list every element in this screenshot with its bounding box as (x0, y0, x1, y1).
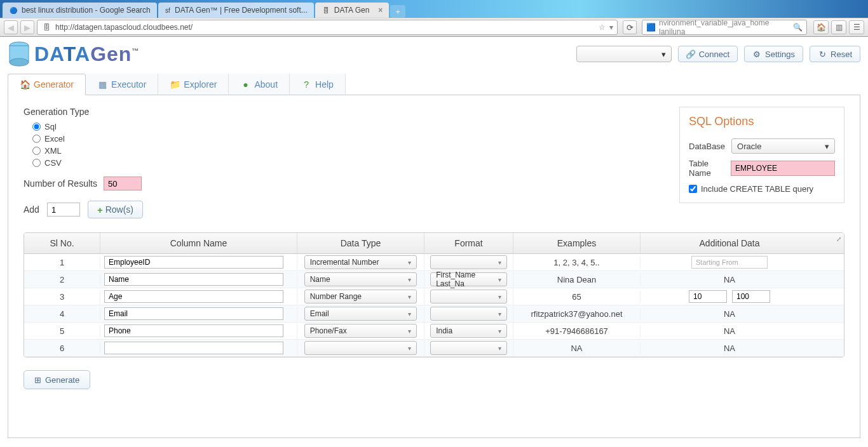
browser-tab-0[interactable]: 🔵 best linux distribution - Google Searc… (3, 3, 157, 18)
col-header-examples: Examples (513, 233, 641, 253)
tab-help[interactable]: ? Help (290, 74, 346, 95)
settings-button[interactable]: ⚙ Settings (744, 46, 803, 62)
cell-sl: 4 (24, 308, 100, 320)
connection-select[interactable]: ▾ (576, 46, 672, 62)
database-value: Oracle (737, 142, 761, 151)
tab-generator[interactable]: 🏠 Generator (8, 74, 86, 95)
column-name-input[interactable] (104, 307, 283, 320)
cell-example: rfitzpatrick37@yahoo.net (513, 308, 641, 320)
cell-colname (100, 323, 297, 338)
cell-colname (100, 255, 297, 270)
settings-label: Settings (765, 50, 795, 59)
column-name-input[interactable] (104, 273, 283, 286)
format-select[interactable]: ▾ (430, 307, 507, 321)
search-text: nvironment_variable_java_home laniluna (659, 18, 793, 36)
cell-sl: 6 (24, 342, 100, 354)
table-row: 3Number Range▾▾65 (24, 288, 844, 305)
column-name-input[interactable] (104, 342, 283, 354)
datatype-select[interactable]: Name▾ (304, 272, 417, 286)
tab-explorer[interactable]: 📁 Explorer (158, 74, 229, 95)
include-create-checkbox[interactable] (689, 185, 697, 193)
database-select[interactable]: Oracle ▾ (731, 138, 835, 154)
search-icon[interactable]: 🔍 (793, 23, 803, 32)
datatype-select[interactable]: Number Range▾ (304, 290, 417, 304)
reset-button[interactable]: ↻ Reset (810, 46, 860, 62)
info-icon: ● (240, 79, 250, 90)
tab-executor[interactable]: ▦ Executor (86, 74, 158, 95)
grid-expand-icon[interactable]: ⤢ (836, 236, 841, 243)
table-row: 1Incremental Number▾▾1, 2, 3, 4, 5..Star… (24, 254, 844, 271)
table-row: 4Email▾▾rfitzpatrick37@yahoo.netNA (24, 305, 844, 323)
cell-sl: 5 (24, 325, 100, 337)
cell-format: India▾ (424, 323, 513, 339)
column-name-input[interactable] (104, 256, 283, 269)
columns-grid: Sl No. Column Name Data Type Format Exam… (24, 232, 844, 357)
menu-button[interactable]: ☰ (849, 20, 864, 34)
radio-xml-label: XML (44, 146, 62, 156)
cell-example: 1, 2, 3, 4, 5.. (513, 257, 641, 269)
browser-toolbar: ◀ ▶ 🗄 http://datagen.tapascloud.cloudbee… (0, 18, 868, 37)
format-select[interactable]: First_Name Last_Na▾ (430, 272, 507, 286)
cell-format: First_Name Last_Na▾ (424, 271, 513, 288)
help-icon: ? (301, 79, 311, 90)
browser-tab-1[interactable]: sf DATA Gen™ | Free Development soft... (158, 3, 314, 18)
datatype-select[interactable]: ▾ (304, 341, 417, 355)
gear-icon: ⚙ (752, 50, 761, 58)
browser-search-bar[interactable]: 🟦 nvironment_variable_java_home laniluna… (642, 20, 807, 35)
grid-header: Sl No. Column Name Data Type Format Exam… (24, 233, 844, 254)
range-max-input[interactable] (732, 290, 770, 303)
range-min-input[interactable] (689, 290, 727, 303)
cell-additional: NA (641, 308, 818, 320)
cell-colname (100, 272, 297, 287)
tab-about[interactable]: ● About (229, 74, 290, 95)
column-name-input[interactable] (104, 324, 283, 337)
format-select[interactable]: India▾ (430, 324, 507, 338)
cell-dtype: Number Range▾ (297, 288, 424, 305)
chevron-down-icon: ▾ (661, 50, 666, 59)
tablename-input[interactable] (731, 161, 835, 176)
chevron-down-icon[interactable]: ▾ (609, 23, 613, 32)
connect-button[interactable]: 🔗 Connect (678, 46, 738, 62)
nav-forward-button[interactable]: ▶ (20, 20, 34, 34)
new-tab-button[interactable]: + (390, 5, 405, 18)
cell-colname (100, 306, 297, 321)
add-rows-input[interactable] (47, 203, 80, 217)
radio-csv-label: CSV (44, 158, 62, 168)
radio-excel[interactable] (32, 135, 41, 143)
format-select[interactable]: ▾ (430, 290, 507, 304)
datatype-select[interactable]: Incremental Number▾ (304, 255, 417, 269)
radio-csv[interactable] (32, 159, 41, 167)
url-bar[interactable]: 🗄 http://datagen.tapascloud.cloudbees.ne… (37, 20, 618, 35)
radio-sql[interactable] (32, 123, 41, 131)
column-name-input[interactable] (104, 290, 283, 303)
radio-excel-label: Excel (44, 134, 65, 143)
cell-additional: NA (641, 342, 818, 354)
browser-tab-2[interactable]: 🗄 DATA Gen × (315, 3, 390, 18)
generate-button[interactable]: ⊞ Generate (24, 370, 90, 389)
radio-xml[interactable] (32, 147, 41, 155)
cell-sl: 3 (24, 291, 100, 303)
datatype-select[interactable]: Phone/Fax▾ (304, 324, 417, 338)
plus-icon: + (97, 204, 103, 215)
include-create-label: Include CREATE TABLE query (701, 184, 813, 194)
bookmark-icon[interactable]: ☆ (599, 23, 606, 32)
cell-dtype: Email▾ (297, 305, 424, 322)
home-button[interactable]: 🏠 (813, 20, 829, 34)
refresh-icon: ↻ (818, 50, 827, 58)
nav-back-button[interactable]: ◀ (4, 20, 18, 34)
bookmarks-button[interactable]: ▥ (831, 20, 846, 34)
format-select[interactable]: ▾ (430, 255, 507, 269)
cell-sl: 2 (24, 274, 100, 286)
reload-button[interactable]: ⟳ (623, 20, 637, 34)
cell-format: ▾ (424, 288, 513, 305)
tab-close-icon[interactable]: × (378, 6, 383, 15)
starting-from-input[interactable]: Starting From (691, 256, 768, 269)
cell-example: NA (513, 342, 641, 354)
datatype-select[interactable]: Email▾ (304, 307, 417, 321)
num-results-input[interactable] (104, 177, 142, 190)
add-rows-button[interactable]: + Row(s) (88, 201, 143, 218)
num-results-label: Number of Results (24, 178, 97, 189)
cell-sl: 1 (24, 257, 100, 269)
format-select[interactable]: ▾ (430, 341, 507, 355)
tab-label: About (254, 79, 278, 90)
